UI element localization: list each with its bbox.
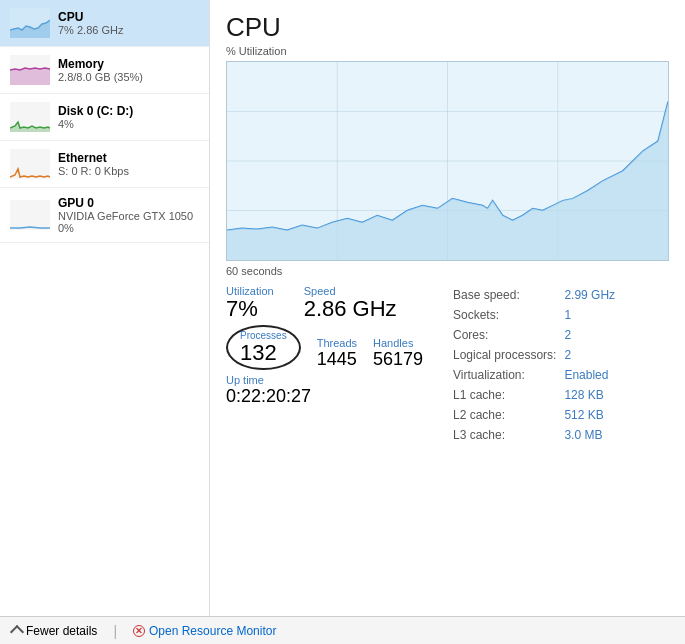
l1-val: 128 KB	[560, 385, 619, 405]
cpu-main-title: CPU	[226, 12, 669, 43]
utilization-value: 7%	[226, 297, 274, 321]
l2-key: L2 cache:	[449, 405, 560, 425]
cpu-sidebar-title: CPU	[58, 10, 123, 24]
svg-rect-7	[10, 200, 50, 230]
ethernet-mini-graph	[10, 149, 50, 179]
logical-key: Logical processors:	[449, 345, 560, 365]
info-row-virt: Virtualization: Enabled	[449, 365, 619, 385]
logical-val: 2	[560, 345, 619, 365]
open-resource-label: Open Resource Monitor	[149, 624, 276, 638]
sockets-val: 1	[560, 305, 619, 325]
separator: |	[113, 623, 117, 639]
cpu-sidebar-subtitle: 7% 2.86 GHz	[58, 24, 123, 36]
svg-marker-3	[10, 68, 50, 85]
uptime-label: Up time	[226, 374, 449, 386]
gpu-sidebar-subtitle2: 0%	[58, 222, 193, 234]
cpu-chart-svg	[227, 62, 668, 260]
handles-block: Handles 56179	[373, 337, 423, 370]
base-speed-val: 2.99 GHz	[560, 285, 619, 305]
memory-sidebar-text: Memory 2.8/8.0 GB (35%)	[58, 57, 143, 83]
processes-value: 132	[240, 341, 277, 365]
uptime-block: Up time 0:22:20:27	[226, 374, 449, 407]
fewer-details-label: Fewer details	[26, 624, 97, 638]
disk-sidebar-text: Disk 0 (C: D:) 4%	[58, 104, 133, 130]
l2-val: 512 KB	[560, 405, 619, 425]
bottom-bar: Fewer details | ✕ Open Resource Monitor	[0, 616, 685, 644]
speed-block: Speed 2.86 GHz	[304, 285, 397, 321]
cpu-info-panel: Base speed: 2.99 GHz Sockets: 1 Cores: 2…	[449, 285, 669, 445]
threads-label: Threads	[317, 337, 357, 349]
cores-val: 2	[560, 325, 619, 345]
handles-label: Handles	[373, 337, 423, 349]
cpu-mini-graph	[10, 8, 50, 38]
gpu-mini-graph	[10, 200, 50, 230]
stats-left: Utilization 7% Speed 2.86 GHz Processes …	[226, 285, 449, 445]
l1-key: L1 cache:	[449, 385, 560, 405]
base-speed-key: Base speed:	[449, 285, 560, 305]
main-content: CPU 7% 2.86 GHz Memory 2.8/8.0 GB (35%)	[0, 0, 685, 616]
disk-sidebar-title: Disk 0 (C: D:)	[58, 104, 133, 118]
cores-key: Cores:	[449, 325, 560, 345]
virt-val: Enabled	[560, 365, 619, 385]
disk-mini-graph	[10, 102, 50, 132]
sidebar-item-disk[interactable]: Disk 0 (C: D:) 4%	[0, 94, 209, 141]
ethernet-sidebar-subtitle: S: 0 R: 0 Kbps	[58, 165, 129, 177]
content-lower: Utilization 7% Speed 2.86 GHz Processes …	[226, 285, 669, 445]
ethernet-sidebar-text: Ethernet S: 0 R: 0 Kbps	[58, 151, 129, 177]
utilization-block: Utilization 7%	[226, 285, 274, 321]
memory-mini-graph	[10, 55, 50, 85]
memory-sidebar-subtitle: 2.8/8.0 GB (35%)	[58, 71, 143, 83]
chart-time-label: 60 seconds	[226, 265, 669, 277]
handles-value: 56179	[373, 349, 423, 370]
speed-value: 2.86 GHz	[304, 297, 397, 321]
sidebar-item-memory[interactable]: Memory 2.8/8.0 GB (35%)	[0, 47, 209, 94]
info-row-l3: L3 cache: 3.0 MB	[449, 425, 619, 445]
cpu-info-table: Base speed: 2.99 GHz Sockets: 1 Cores: 2…	[449, 285, 619, 445]
info-row-sockets: Sockets: 1	[449, 305, 619, 325]
l3-key: L3 cache:	[449, 425, 560, 445]
cpu-chart-label: % Utilization	[226, 45, 669, 57]
sockets-key: Sockets:	[449, 305, 560, 325]
cpu-chart	[226, 61, 669, 261]
info-row-l2: L2 cache: 512 KB	[449, 405, 619, 425]
disk-sidebar-subtitle: 4%	[58, 118, 133, 130]
gpu-sidebar-text: GPU 0 NVIDIA GeForce GTX 1050 0%	[58, 196, 193, 234]
resource-monitor-icon: ✕	[133, 625, 145, 637]
open-resource-monitor-link[interactable]: ✕ Open Resource Monitor	[133, 624, 276, 638]
info-row-cores: Cores: 2	[449, 325, 619, 345]
info-row-base-speed: Base speed: 2.99 GHz	[449, 285, 619, 305]
threads-value: 1445	[317, 349, 357, 370]
uptime-value: 0:22:20:27	[226, 386, 449, 407]
fewer-details-button[interactable]: Fewer details	[12, 624, 97, 638]
memory-sidebar-title: Memory	[58, 57, 143, 71]
sidebar-item-gpu[interactable]: GPU 0 NVIDIA GeForce GTX 1050 0%	[0, 188, 209, 243]
sidebar-item-ethernet[interactable]: Ethernet S: 0 R: 0 Kbps	[0, 141, 209, 188]
l3-val: 3.0 MB	[560, 425, 619, 445]
gpu-sidebar-title: GPU 0	[58, 196, 193, 210]
processes-block: Processes 132	[226, 325, 301, 370]
cpu-content: CPU % Utilization 60 seconds	[210, 0, 685, 616]
threads-block: Threads 1445	[317, 337, 357, 370]
sidebar: CPU 7% 2.86 GHz Memory 2.8/8.0 GB (35%)	[0, 0, 210, 616]
gpu-sidebar-subtitle1: NVIDIA GeForce GTX 1050	[58, 210, 193, 222]
sidebar-item-cpu[interactable]: CPU 7% 2.86 GHz	[0, 0, 209, 47]
info-row-l1: L1 cache: 128 KB	[449, 385, 619, 405]
ethernet-sidebar-title: Ethernet	[58, 151, 129, 165]
info-row-logical: Logical processors: 2	[449, 345, 619, 365]
virt-key: Virtualization:	[449, 365, 560, 385]
cpu-sidebar-text: CPU 7% 2.86 GHz	[58, 10, 123, 36]
chevron-up-icon	[10, 625, 24, 639]
